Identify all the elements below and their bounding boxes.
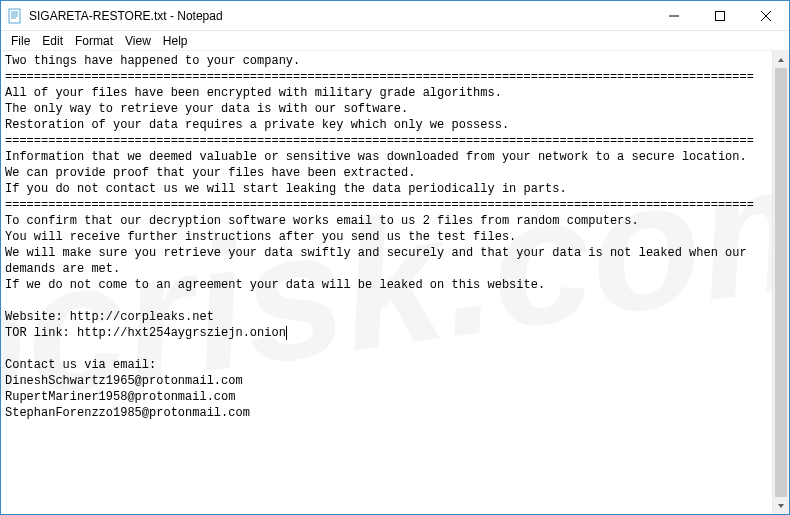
titlebar: SIGARETA-RESTORE.txt - Notepad — [1, 1, 789, 31]
scroll-up-button[interactable] — [773, 51, 789, 68]
menu-file[interactable]: File — [5, 33, 36, 49]
notepad-window: SIGARETA-RESTORE.txt - Notepad File Edit… — [0, 0, 790, 515]
window-controls — [651, 1, 789, 30]
titlebar-left: SIGARETA-RESTORE.txt - Notepad — [1, 8, 223, 24]
maximize-button[interactable] — [697, 1, 743, 30]
notepad-icon — [7, 8, 23, 24]
text-area[interactable]: pcrisk.comTwo things have happened to yo… — [1, 51, 772, 514]
text-body-pre: Two things have happened to your company… — [5, 54, 754, 340]
text-body-post: Contact us via email: DineshSchwartz1965… — [5, 358, 250, 420]
window-title: SIGARETA-RESTORE.txt - Notepad — [29, 9, 223, 23]
scroll-track[interactable] — [773, 68, 789, 497]
scroll-down-button[interactable] — [773, 497, 789, 514]
menu-edit[interactable]: Edit — [36, 33, 69, 49]
svg-rect-6 — [716, 11, 725, 20]
text-caret — [286, 326, 287, 340]
menubar: File Edit Format View Help — [1, 31, 789, 51]
vertical-scrollbar[interactable] — [772, 51, 789, 514]
minimize-button[interactable] — [651, 1, 697, 30]
scroll-thumb[interactable] — [775, 68, 787, 497]
content-wrap: pcrisk.comTwo things have happened to yo… — [1, 51, 789, 514]
menu-help[interactable]: Help — [157, 33, 194, 49]
svg-marker-10 — [778, 504, 784, 508]
svg-marker-9 — [778, 58, 784, 62]
close-button[interactable] — [743, 1, 789, 30]
menu-format[interactable]: Format — [69, 33, 119, 49]
menu-view[interactable]: View — [119, 33, 157, 49]
